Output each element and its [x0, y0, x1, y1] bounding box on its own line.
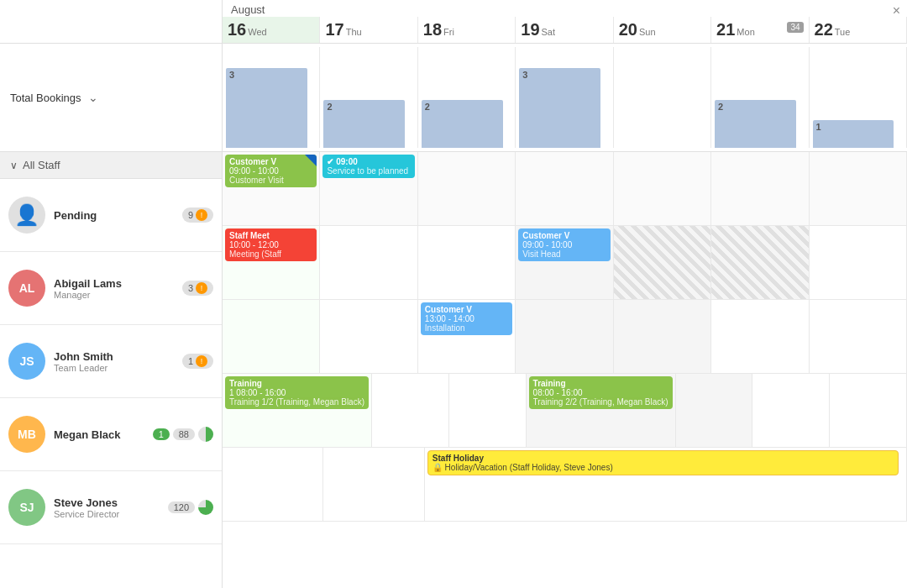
grid-row-1: Staff Meet 10:00 - 12:00 Meeting (Staff … [223, 226, 907, 300]
dropdown-arrow[interactable]: ⌄ [88, 91, 98, 104]
badge-count: 9 ! [182, 207, 213, 223]
date-num: 20 [619, 20, 637, 39]
close-button[interactable]: × [893, 3, 900, 18]
bar-cell-1: 2 [320, 47, 417, 148]
badge-green: 1 [153, 428, 170, 440]
badge-area: 120 [168, 500, 213, 515]
event-card-2-2-0[interactable]: Customer V 13:00 - 14:00 Installation [421, 302, 512, 335]
grid-cell-3-6 [830, 374, 907, 447]
bar-block[interactable]: 2 [323, 100, 405, 148]
main-container: August 16Wed17Thu18Fri19Sat20Sun21Mon342… [0, 0, 907, 588]
pie-icon [198, 427, 213, 442]
staff-info: Steve Jones Service Director [54, 496, 160, 519]
staff-item-0[interactable]: 👤 Pending 9 ! [0, 179, 222, 252]
grid-row-2: Customer V 13:00 - 14:00 Installation [223, 300, 907, 374]
grid-cell-0-6 [810, 152, 907, 225]
badge-area: 1 88 [153, 427, 213, 442]
date-cell-16[interactable]: 16Wed [223, 17, 320, 43]
staff-role: Team Leader [54, 363, 174, 373]
grid-row-3: Training 1 08:00 - 16:00 Training 1/2 (T… [223, 374, 907, 448]
grid-cell-0-5 [711, 152, 809, 225]
staff-name: Megan Black [54, 428, 144, 441]
event-time: 09:00 - 10:00 [522, 240, 606, 249]
date-cell-17[interactable]: 17Thu [320, 17, 417, 43]
grid-cell-0-1: ✔ 09:00 Service to be planned [320, 152, 417, 225]
avatar-4: SJ [8, 489, 45, 526]
calendar-header: August 16Wed17Thu18Fri19Sat20Sun21Mon342… [0, 0, 907, 44]
date-num: 21 [716, 20, 735, 39]
bar-cell-0: 3 [223, 47, 320, 148]
event-holiday[interactable]: Staff Holiday🔒 Holiday/Vacation (Staff H… [427, 450, 899, 475]
event-card-1-0-0[interactable]: Staff Meet 10:00 - 12:00 Meeting (Staff [225, 228, 317, 261]
date-num: 18 [423, 20, 442, 39]
staff-list-items: 👤 Pending 9 ! AL Abigail Lams Manager 3 … [0, 179, 222, 544]
date-day: Wed [248, 27, 266, 37]
date-cells: 16Wed17Thu18Fri19Sat20Sun21Mon3422Tue [223, 17, 907, 43]
staff-name: Steve Jones [54, 496, 160, 509]
grid-cell-1-6 [810, 226, 907, 299]
date-cell-22[interactable]: 22Tue [810, 17, 907, 43]
grid-cell-2-4 [614, 300, 711, 373]
event-card-0-0-0[interactable]: Customer V 09:00 - 10:00 Customer Visit [225, 155, 317, 187]
staff-name: John Smith [54, 350, 174, 363]
bar-block[interactable]: 2 [715, 100, 796, 148]
bookings-row: Total Bookings ⌄ 322321 [0, 44, 907, 152]
staff-name: Pending [54, 209, 174, 222]
event-card-0-1-0[interactable]: ✔ 09:00 Service to be planned [322, 155, 414, 178]
bar-block[interactable]: 3 [226, 68, 307, 148]
date-cell-21[interactable]: 21Mon34 [711, 17, 809, 43]
grid-cell-2-5 [711, 300, 809, 373]
all-staff-header: ∨ All Staff [0, 152, 222, 179]
staff-info: Abigail Lams Manager [54, 277, 174, 300]
badge-count: 120 [168, 501, 195, 513]
avatar-2: JS [8, 343, 45, 380]
event-card-3-3-0[interactable]: Training 08:00 - 16:00 Training 2/2 (Tra… [529, 376, 673, 409]
grid-cell-3-1 [372, 374, 449, 447]
avatar-1: AL [8, 270, 45, 307]
badge-count: 1 ! [182, 354, 213, 369]
bar-cell-5: 2 [711, 47, 809, 148]
chevron-icon: ∨ [10, 160, 18, 171]
staff-list: ∨ All Staff 👤 Pending 9 ! AL Abigail Lam… [0, 152, 223, 588]
event-title: Training [229, 379, 364, 388]
bar-block[interactable]: 2 [422, 100, 503, 148]
staff-item-2[interactable]: JS John Smith Team Leader 1 ! [0, 325, 222, 398]
date-day: Thu [346, 27, 362, 37]
grid-row-0: Customer V 09:00 - 10:00 Customer Visit … [223, 152, 907, 226]
grid-cell-0-3 [516, 152, 613, 225]
staff-item-1[interactable]: AL Abigail Lams Manager 3 ! [0, 252, 222, 325]
staff-info: Megan Black [54, 428, 144, 441]
event-time: 1 08:00 - 16:00 [229, 388, 364, 397]
event-desc: Installation [425, 323, 508, 333]
event-title: Training [533, 379, 668, 388]
staff-name: Abigail Lams [54, 277, 174, 290]
dates-row: August 16Wed17Thu18Fri19Sat20Sun21Mon342… [223, 0, 907, 43]
event-desc: Meeting (Staff [229, 249, 312, 259]
avatar-3: MB [8, 416, 45, 453]
bar-block[interactable]: 1 [813, 120, 894, 148]
event-card-1-3-0[interactable]: Customer V 09:00 - 10:00 Visit Head [518, 228, 610, 261]
exclaim-icon: ! [196, 355, 207, 367]
staff-info: Pending [54, 209, 174, 222]
grid-cell-0-0: Customer V 09:00 - 10:00 Customer Visit [223, 152, 320, 225]
bar-cell-3: 3 [516, 47, 613, 148]
staff-item-4[interactable]: SJ Steve Jones Service Director 120 [0, 471, 222, 544]
event-title: Customer V [229, 157, 312, 166]
staff-item-3[interactable]: MB Megan Black 1 88 [0, 398, 222, 471]
bar-cell-2: 2 [418, 47, 516, 148]
grid-cell-3-3: Training 08:00 - 16:00 Training 2/2 (Tra… [527, 374, 676, 447]
date-cell-19[interactable]: 19Sat [516, 17, 613, 43]
grid-cell-3-4 [676, 374, 753, 447]
staff-role: Service Director [54, 509, 160, 519]
bar-block[interactable]: 3 [519, 68, 600, 148]
bookings-left: Total Bookings ⌄ [0, 44, 223, 151]
corner-flag-red [305, 228, 317, 240]
date-day: Mon [737, 27, 754, 37]
badge-gray: 88 [173, 428, 195, 440]
event-card-3-0-0[interactable]: Training 1 08:00 - 16:00 Training 1/2 (T… [225, 376, 369, 409]
calendar-grid: Customer V 09:00 - 10:00 Customer Visit … [223, 152, 907, 588]
date-cell-20[interactable]: 20Sun [614, 17, 711, 43]
date-num: 22 [815, 20, 833, 39]
event-title: Staff Holiday [433, 454, 894, 463]
date-cell-18[interactable]: 18Fri [418, 17, 516, 43]
